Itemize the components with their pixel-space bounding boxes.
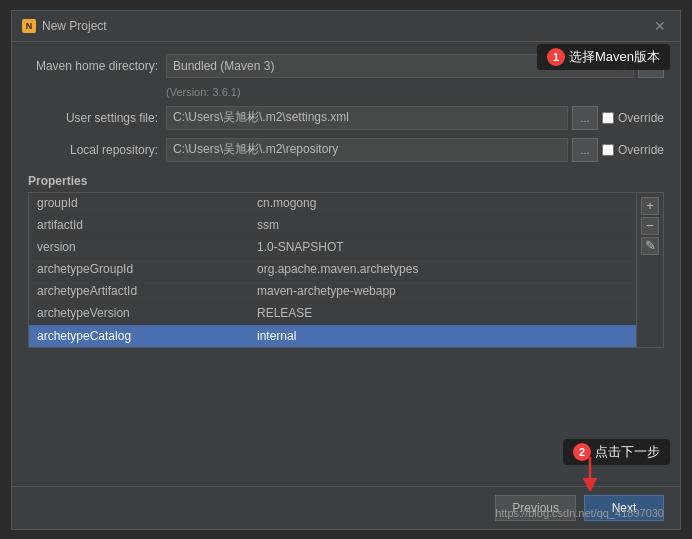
user-settings-override-label: Override — [618, 111, 664, 125]
prop-key: groupId — [29, 196, 249, 210]
edit-property-button[interactable]: ✎ — [641, 237, 659, 255]
prop-value: org.apache.maven.archetypes — [249, 262, 636, 276]
remove-property-button[interactable]: − — [641, 217, 659, 235]
maven-home-row: Maven home directory: Bundled (Maven 3) … — [28, 54, 664, 78]
user-settings-input[interactable] — [166, 106, 568, 130]
local-repo-override-group: Override — [602, 143, 664, 157]
user-settings-label: User settings file: — [28, 111, 158, 125]
local-repo-label: Local repository: — [28, 143, 158, 157]
local-repo-row: Local repository: ... Override — [28, 138, 664, 162]
prop-key: version — [29, 240, 249, 254]
table-row[interactable]: archetypeGroupIdorg.apache.maven.archety… — [29, 259, 636, 281]
table-row[interactable]: archetypeVersionRELEASE — [29, 303, 636, 325]
properties-title: Properties — [28, 174, 664, 188]
maven-home-select[interactable]: Bundled (Maven 3) — [166, 54, 634, 78]
table-row[interactable]: groupIdcn.mogong — [29, 193, 636, 215]
local-repo-field-group: ... Override — [166, 138, 664, 162]
user-settings-override-checkbox[interactable] — [602, 112, 614, 124]
app-icon: N — [22, 19, 36, 33]
maven-home-browse-button[interactable]: ... — [638, 54, 664, 78]
dialog-content: Maven home directory: Bundled (Maven 3) … — [12, 42, 680, 486]
prop-value: cn.mogong — [249, 196, 636, 210]
title-bar: N New Project ✕ — [12, 11, 680, 42]
close-button[interactable]: ✕ — [650, 17, 670, 35]
table-row[interactable]: artifactIdssm — [29, 215, 636, 237]
previous-button[interactable]: Previous — [495, 495, 576, 521]
maven-home-field-group: Bundled (Maven 3) ▼ ... — [166, 54, 664, 78]
new-project-dialog: N New Project ✕ Maven home directory: Bu… — [11, 10, 681, 530]
properties-section: Properties groupIdcn.mogongartifactIdssm… — [28, 174, 664, 348]
maven-home-label: Maven home directory: — [28, 59, 158, 73]
prop-value: ssm — [249, 218, 636, 232]
add-property-button[interactable]: + — [641, 197, 659, 215]
user-settings-field-group: ... Override — [166, 106, 664, 130]
prop-key: artifactId — [29, 218, 249, 232]
prop-value: maven-archetype-webapp — [249, 284, 636, 298]
table-row[interactable]: archetypeCataloginternal — [29, 325, 636, 347]
table-row[interactable]: version1.0-SNAPSHOT — [29, 237, 636, 259]
local-repo-browse-button[interactable]: ... — [572, 138, 598, 162]
prop-key: archetypeCatalog — [29, 329, 249, 343]
user-settings-override-group: Override — [602, 111, 664, 125]
maven-version-row: (Version: 3.6.1) — [166, 86, 664, 98]
properties-table: groupIdcn.mogongartifactIdssmversion1.0-… — [29, 193, 636, 347]
prop-value: internal — [249, 329, 636, 343]
maven-home-select-wrapper[interactable]: Bundled (Maven 3) ▼ — [166, 54, 634, 78]
local-repo-override-label: Override — [618, 143, 664, 157]
user-settings-row: User settings file: ... Override — [28, 106, 664, 130]
prop-key: archetypeGroupId — [29, 262, 249, 276]
prop-value: RELEASE — [249, 306, 636, 320]
prop-key: archetypeVersion — [29, 306, 249, 320]
dialog-title: New Project — [42, 19, 107, 33]
user-settings-browse-button[interactable]: ... — [572, 106, 598, 130]
local-repo-override-checkbox[interactable] — [602, 144, 614, 156]
properties-sidebar: + − ✎ — [636, 193, 663, 347]
local-repo-input[interactable] — [166, 138, 568, 162]
title-bar-left: N New Project — [22, 19, 107, 33]
prop-key: archetypeArtifactId — [29, 284, 249, 298]
maven-version-text: (Version: 3.6.1) — [166, 86, 241, 98]
properties-table-wrapper: groupIdcn.mogongartifactIdssmversion1.0-… — [28, 192, 664, 348]
dialog-footer: 2 点击下一步 Previous Next https://blog.csdn.… — [12, 486, 680, 529]
prop-value: 1.0-SNAPSHOT — [249, 240, 636, 254]
next-button[interactable]: Next — [584, 495, 664, 521]
table-row[interactable]: archetypeArtifactIdmaven-archetype-webap… — [29, 281, 636, 303]
